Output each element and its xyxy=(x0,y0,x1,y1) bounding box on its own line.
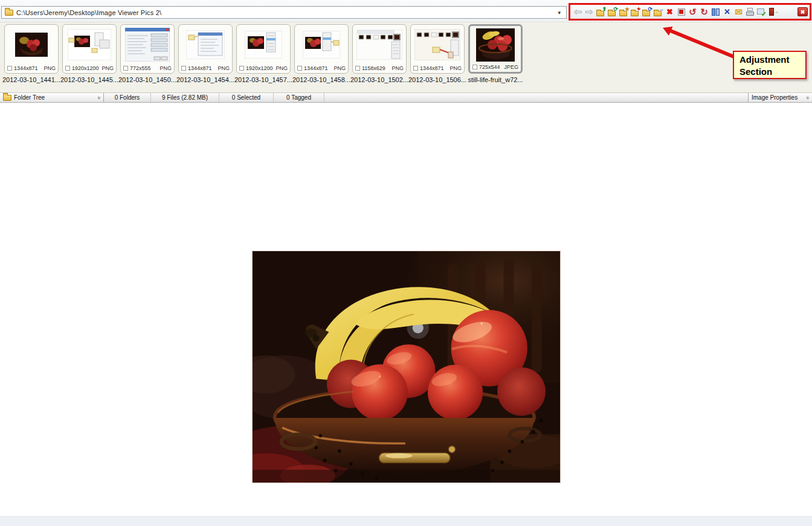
thumbnail-card[interactable]: 1344x871PNG xyxy=(294,24,349,74)
thumbnail-card[interactable]: 1920x1200PNG xyxy=(236,24,291,74)
thumbnail-image xyxy=(353,27,406,63)
thumbnail-info-row: 725x544JPEG xyxy=(472,64,518,70)
thumbnail-checkbox[interactable] xyxy=(123,66,128,71)
preview-image[interactable] xyxy=(252,251,561,483)
new-folder-button[interactable]: ✦ xyxy=(630,6,641,18)
thumbnail-checkbox[interactable] xyxy=(297,66,302,71)
thumbnail-card[interactable]: 1158x629PNG xyxy=(352,24,407,74)
thumbnail-dimensions: 772x555 xyxy=(130,65,151,71)
printer-icon xyxy=(747,8,753,11)
thumbnail-filename: still-life-fruit_w72... xyxy=(466,76,524,83)
bottom-statusbar xyxy=(0,516,812,526)
move-to-folder-button[interactable]: → xyxy=(652,6,664,18)
thumbnail-cell: 1344x871PNG2012-03-10_1441... xyxy=(4,24,59,83)
thumbnail-dimensions: 1920x1200 xyxy=(246,65,273,71)
thumbnail-checkbox[interactable] xyxy=(355,66,360,71)
compare-button[interactable] xyxy=(710,6,721,18)
thumbnail-cell: 725x544JPEGstill-life-fruit_w72... xyxy=(468,24,523,83)
collapse-chevron-icon[interactable]: » xyxy=(804,96,810,99)
favorites-folder-button[interactable]: ★ xyxy=(618,6,630,18)
print-button[interactable] xyxy=(744,6,756,18)
thumbnail-format: PNG xyxy=(218,65,230,71)
thumbnail-dimensions: 1158x629 xyxy=(362,65,385,71)
status-folders: 0 Folders xyxy=(104,93,151,102)
refresh-folder-button[interactable]: ⟳ xyxy=(607,6,618,18)
new-folder-icon: ✦ xyxy=(636,7,641,12)
thumbnail-format: PNG xyxy=(102,65,114,71)
thumbnail-dimensions: 812x526 xyxy=(304,65,328,71)
callout-line-1: Adjustment xyxy=(740,54,803,66)
thumbnail-dimensions: 725x544 xyxy=(479,64,500,70)
status-selected: 0 Selected xyxy=(219,93,274,102)
delete-button[interactable]: ✖ xyxy=(664,6,675,18)
thumbnail-cell: 1344x871PNG2012-03-10_1454... xyxy=(178,24,233,83)
thumbnail-image xyxy=(237,27,290,63)
thumbnail-info-row: 1344x871PNG xyxy=(7,65,56,71)
thumbnail-cell: 1158x629PNG2012-03-10_1502... xyxy=(352,24,407,83)
thumbnail-card[interactable]: 772x555PNG xyxy=(120,24,175,74)
rotate-left-button[interactable]: ↺ xyxy=(687,6,698,18)
top-bar: C:\Users\Jeremy\Desktop\Image Viewer Pic… xyxy=(0,0,812,22)
chevron-down-icon[interactable]: ▾ xyxy=(555,10,563,16)
thumbnail-checkbox[interactable] xyxy=(181,66,186,71)
thumbnail-card[interactable]: 1344x871PNG xyxy=(4,24,59,74)
crop-button[interactable] xyxy=(675,6,687,18)
folder-icon xyxy=(5,10,13,16)
thumbnail-checkbox[interactable] xyxy=(239,66,244,71)
resize-button[interactable]: ✕ xyxy=(721,6,733,18)
rotate-right-button[interactable]: ↻ xyxy=(698,6,710,18)
thumbnail-card[interactable]: 1344x871PNG xyxy=(410,24,465,74)
collapse-chevron-icon[interactable]: » xyxy=(95,96,102,99)
copy-to-folder-button[interactable]: ⟳ xyxy=(641,6,652,18)
thumbnail-info-row: 1920x1200PNG xyxy=(239,65,288,71)
back-icon: ⇦ xyxy=(574,7,582,17)
delete-icon: ✖ xyxy=(666,8,673,16)
address-bar[interactable]: C:\Users\Jeremy\Desktop\Image Viewer Pic… xyxy=(1,6,567,19)
thumbnail-filename: 2012-03-10_1506... xyxy=(408,76,466,83)
thumbnail-filename: 2012-03-10_1441... xyxy=(2,76,60,83)
exit-button[interactable] xyxy=(767,6,779,18)
thumbnail-info-row: 1344x871PNG xyxy=(181,65,230,71)
toolbar-close-button[interactable]: ✖ xyxy=(798,7,808,16)
address-path: C:\Users\Jeremy\Desktop\Image Viewer Pic… xyxy=(16,9,161,16)
still-life-fruit-image xyxy=(253,251,560,483)
thumbnail-cell: 1344x871PNG2012-03-10_1506... xyxy=(410,24,465,83)
status-tagged: 0 Tagged xyxy=(274,93,324,102)
convert-button[interactable]: ✓ xyxy=(756,6,767,18)
image-properties-label: Image Properties xyxy=(752,94,798,101)
thumbnail-format: PNG xyxy=(392,65,404,71)
thumbnail-card[interactable]: 1920x1200PNG xyxy=(62,24,117,74)
thumbnail-filename: 2012-03-10_1454... xyxy=(176,76,234,83)
up-one-level-icon: ⬆ xyxy=(602,7,607,12)
thumbnail-card[interactable]: 1344x871PNG xyxy=(178,24,233,74)
email-button[interactable]: ✉ xyxy=(733,6,744,18)
forward-button[interactable]: ⇨ xyxy=(584,6,595,18)
status-filler xyxy=(324,93,748,102)
thumbnail-checkbox[interactable] xyxy=(472,65,477,69)
image-browser-window: C:\Users\Jeremy\Desktop\Image Viewer Pic… xyxy=(0,0,812,526)
thumbnail-checkbox[interactable] xyxy=(65,66,70,71)
annotation-callout: Adjustment Section xyxy=(733,51,807,79)
thumbnail-format: PNG xyxy=(44,65,56,71)
thumbnail-image xyxy=(411,27,464,63)
callout-line-2: Section xyxy=(740,66,803,78)
move-to-folder-icon: → xyxy=(659,7,664,12)
thumbnail-checkbox[interactable] xyxy=(413,66,418,71)
folder-tree-header[interactable]: Folder Tree » xyxy=(0,93,104,102)
resize-icon: ✕ xyxy=(724,8,730,16)
thumbnail-cell: 1344x871PNG2012-03-10_1458... xyxy=(294,24,349,83)
thumbnail-filename: 2012-03-10_1445... xyxy=(60,76,118,83)
copy-to-folder-icon: ⟳ xyxy=(648,7,652,12)
image-properties-header[interactable]: Image Properties » xyxy=(748,93,812,102)
thumbnail-cell: 1920x1200PNG2012-03-10_1445... xyxy=(62,24,117,83)
thumbnail-dimensions: 812x526 xyxy=(188,65,212,71)
thumbnail-card-selected[interactable]: 725x544JPEG xyxy=(468,24,523,74)
up-one-level-button[interactable]: ⬆ xyxy=(595,6,607,18)
compare-icon xyxy=(716,8,720,16)
thumbnail-checkbox[interactable] xyxy=(7,66,12,71)
thumbnail-strip: 1344x871PNG2012-03-10_1441...1920x1200PN… xyxy=(0,22,812,92)
thumbnail-format: JPEG xyxy=(504,64,518,70)
refresh-folder-icon: ⟳ xyxy=(613,7,618,12)
forward-icon: ⇨ xyxy=(585,7,593,17)
back-button[interactable]: ⇦ xyxy=(572,6,584,18)
